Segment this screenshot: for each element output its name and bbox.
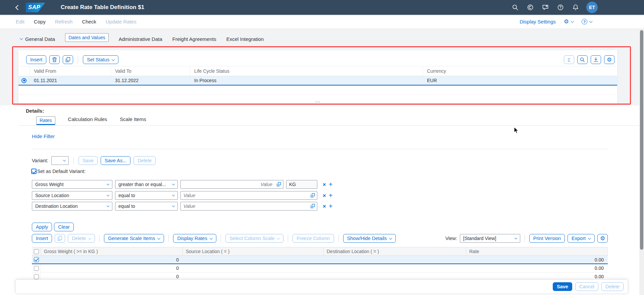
table-row[interactable]: 0 0.00 xyxy=(32,256,608,264)
add-filter-icon[interactable]: + xyxy=(329,181,333,188)
notifications-icon[interactable] xyxy=(571,3,580,12)
print-version-button[interactable]: Print Version xyxy=(529,234,565,243)
show-hide-details-button[interactable]: Show/Hide Details xyxy=(343,234,396,243)
tab-rates[interactable]: Rates xyxy=(36,116,55,125)
sap-logo[interactable]: SAP xyxy=(26,3,45,12)
back-icon[interactable] xyxy=(15,5,21,10)
table-settings-button[interactable]: ⚙ xyxy=(604,55,614,64)
tab-calculation-rules[interactable]: Calculation Rules xyxy=(68,116,107,126)
column-header[interactable]: Source Location ( = ) xyxy=(183,247,324,255)
table-row[interactable]: 0 0.00 xyxy=(32,264,608,273)
display-rates-button[interactable]: Display Rates xyxy=(173,234,216,243)
download-icon xyxy=(593,57,598,62)
column-header[interactable]: Gross Weight ( >= in KG ) xyxy=(41,247,183,255)
column-header[interactable]: Valid From xyxy=(30,66,111,76)
delete-rate-button[interactable]: Delete xyxy=(68,234,95,243)
copy-row-button[interactable] xyxy=(63,55,73,64)
gear-icon: ⚙ xyxy=(607,57,612,63)
shell-bar: SAP Create Rate Table Definition $1 ET xyxy=(0,0,644,15)
variant-save-button[interactable]: Save xyxy=(78,156,98,165)
insert-row-button[interactable]: Insert xyxy=(26,55,46,64)
settings-menu-button[interactable]: ⚙ xyxy=(564,19,574,24)
variant-delete-button[interactable]: Delete xyxy=(133,156,156,165)
row-checkbox[interactable] xyxy=(34,266,39,271)
filter-value-input[interactable] xyxy=(180,191,317,200)
column-header[interactable]: Currency xyxy=(423,66,617,76)
add-filter-icon[interactable]: + xyxy=(329,203,333,210)
update-rates-button[interactable]: Update Rates xyxy=(106,19,137,24)
avatar[interactable]: ET xyxy=(586,2,598,13)
apply-button[interactable]: Apply xyxy=(32,223,52,231)
table-row[interactable]: 01.11.2021 31.12.2022 In Process EUR xyxy=(18,76,617,85)
remove-filter-icon[interactable]: × xyxy=(323,203,326,209)
remove-filter-icon[interactable]: × xyxy=(323,182,326,187)
filter-operator-select[interactable]: greater than or equal... xyxy=(115,180,178,189)
hide-filter-link[interactable]: Hide Filter xyxy=(32,133,55,139)
select-column-scale-button[interactable]: Select Column Scale xyxy=(225,234,284,243)
delete-row-button[interactable] xyxy=(49,55,60,64)
clear-button[interactable]: Clear xyxy=(54,223,74,231)
default-variant-checkbox[interactable] xyxy=(31,169,37,174)
add-filter-icon[interactable]: + xyxy=(329,192,333,199)
table-search-button[interactable] xyxy=(577,55,588,64)
vertical-scrollbar[interactable] xyxy=(639,29,644,295)
tab-general-data[interactable]: General Data xyxy=(20,36,55,42)
toolbar-separator xyxy=(99,235,100,242)
filter-operator-select[interactable]: equal to xyxy=(115,191,178,200)
copy-button[interactable]: Copy xyxy=(34,19,46,24)
rates-settings-button[interactable]: ⚙ xyxy=(597,234,608,243)
tab-administrative-data[interactable]: Administrative Data xyxy=(119,36,162,42)
column-header[interactable]: Valid To xyxy=(111,66,190,76)
filter-operator-select[interactable]: equal to xyxy=(115,202,178,211)
delete-button[interactable]: Delete xyxy=(601,282,624,291)
filter-field-select[interactable]: Destination Location xyxy=(32,202,112,211)
check-button[interactable]: Check xyxy=(82,19,96,24)
edit-button[interactable]: Edit xyxy=(16,19,24,24)
tab-freight-agreements[interactable]: Freight Agreements xyxy=(172,36,216,42)
select-all-checkbox[interactable] xyxy=(34,249,39,254)
help-menu-button[interactable]: ? xyxy=(582,19,592,24)
feedback-icon[interactable] xyxy=(541,3,550,12)
insert-rate-button[interactable]: Insert xyxy=(32,234,52,243)
scrollbar-thumb[interactable] xyxy=(640,30,643,250)
remove-filter-icon[interactable]: × xyxy=(323,193,326,198)
download-button[interactable] xyxy=(591,55,601,64)
filter-unit-field[interactable]: KG xyxy=(286,180,317,189)
generate-scale-items-button[interactable]: Generate Scale Items xyxy=(104,234,164,243)
value-help-icon[interactable] xyxy=(277,182,281,186)
filter-value-input[interactable] xyxy=(180,202,317,211)
copy-rate-button[interactable] xyxy=(55,234,65,243)
sum-button[interactable]: Σ xyxy=(564,55,574,64)
value-help-icon[interactable] xyxy=(311,193,315,197)
refresh-button[interactable]: Refresh xyxy=(55,19,73,24)
set-status-button[interactable]: Set Status xyxy=(83,55,118,64)
freeze-column-button[interactable]: Freeze Column xyxy=(292,234,334,243)
filter-row-source-location: Source Location equal to × + xyxy=(32,191,333,200)
row-radio[interactable] xyxy=(21,78,26,83)
copilot-icon[interactable] xyxy=(526,3,535,12)
resize-grip[interactable]: ⋯ xyxy=(18,99,617,105)
column-header[interactable]: Rate xyxy=(466,247,608,255)
view-select[interactable]: [Standard View] xyxy=(460,234,520,243)
export-button[interactable]: Export xyxy=(568,234,595,243)
row-checkbox[interactable] xyxy=(34,257,39,262)
variant-select[interactable] xyxy=(51,156,69,165)
column-header[interactable]: Destination Location ( = ) xyxy=(324,247,466,255)
tab-excel-integration[interactable]: Excel Integration xyxy=(226,36,264,42)
tab-scale-items[interactable]: Scale Items xyxy=(120,116,146,126)
filter-field-select[interactable]: Gross Weight xyxy=(32,180,112,189)
help-icon[interactable] xyxy=(556,3,565,12)
filter-field-select[interactable]: Source Location xyxy=(32,191,112,200)
tab-dates-and-values[interactable]: Dates and Values xyxy=(65,33,108,42)
chevron-down-icon xyxy=(172,204,175,207)
variant-save-as-button[interactable]: Save As... xyxy=(101,156,130,165)
display-settings-link[interactable]: Display Settings xyxy=(520,19,556,24)
value-help-icon[interactable] xyxy=(311,204,315,208)
row-checkbox[interactable] xyxy=(34,274,39,279)
filter-value-input[interactable] xyxy=(180,180,283,189)
search-icon[interactable] xyxy=(511,3,520,12)
column-header[interactable]: Life Cycle Status xyxy=(190,66,423,76)
cancel-button[interactable]: Cancel xyxy=(575,282,598,291)
save-button[interactable]: Save xyxy=(553,282,572,291)
chevron-down-icon xyxy=(63,159,66,161)
